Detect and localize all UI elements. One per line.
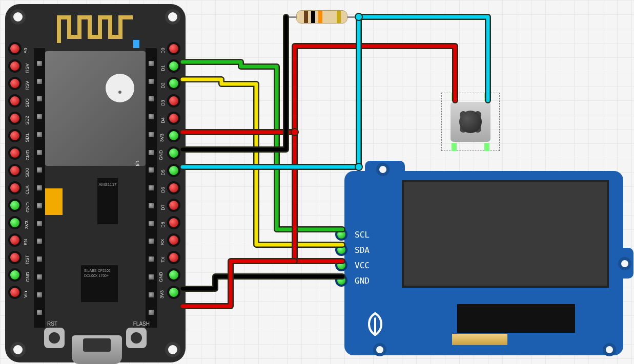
pin-label: CLK	[25, 185, 30, 195]
pin-a0[interactable]: A0	[8, 42, 22, 55]
wifi-icon	[106, 74, 134, 102]
pin-label: D0	[160, 48, 166, 54]
pin-rsv[interactable]: RSV	[8, 59, 22, 73]
pin-sd0[interactable]: SD0	[8, 164, 22, 177]
esp-line: 802.11b/g/n	[134, 161, 140, 166]
mounting-hole	[376, 163, 390, 176]
pin-cmd[interactable]: CMD	[8, 146, 22, 160]
oled-driver-chip	[457, 304, 575, 333]
pin-label: 3V3	[159, 290, 165, 298]
oled-pin-pad	[335, 259, 347, 271]
pin-label: A0	[23, 48, 28, 53]
mounting-hole	[618, 257, 631, 270]
wire-d1-scl	[182, 62, 342, 229]
pin-label: GND	[158, 272, 163, 282]
pin-d1[interactable]: D1	[167, 59, 180, 73]
voltage-regulator: AMS1117	[97, 178, 118, 224]
mounting-hole	[603, 343, 616, 356]
oled-pin-scl[interactable]: SCL	[335, 228, 370, 241]
pin-gnd[interactable]: GND	[8, 268, 22, 282]
pins-left: A0RSVRSVSD3SD2SD1CMDSD0CLKGND3V3ENRSTGND…	[8, 42, 24, 299]
pin-gnd[interactable]: GND	[167, 146, 180, 160]
pin-label: D8	[160, 222, 166, 228]
pin-label: 3V3	[159, 134, 165, 142]
oled-pin-vcc[interactable]: VCC	[335, 259, 370, 271]
resistor-lead	[287, 16, 297, 18]
pin-label: SD2	[25, 116, 30, 125]
pin-header	[146, 48, 157, 328]
oled-pin-label: SCL	[355, 230, 370, 240]
pin-en[interactable]: EN	[8, 233, 22, 247]
pin-tx[interactable]: TX	[167, 251, 180, 264]
oled-pin-pad	[335, 228, 347, 241]
esp8266-shield: ESP8266MOD ISM 2.4GHz PA +25dBm 802.11b/…	[45, 51, 146, 166]
pin-label: CMD	[25, 150, 30, 161]
mounting-hole	[10, 342, 26, 357]
pin-label: D3	[160, 100, 166, 106]
oled-display-module[interactable]: SCLSDAVCCGND	[344, 171, 623, 355]
pin-clk[interactable]: CLK	[8, 181, 22, 195]
oled-pin-sda[interactable]: SDA	[335, 244, 370, 256]
pin-d6[interactable]: D6	[167, 181, 180, 195]
button-leg	[452, 143, 457, 151]
rst-button[interactable]	[44, 328, 65, 348]
usb-uart-chip: SILABS CP2102 DCL00X 1700+	[81, 265, 118, 302]
pin-label: TX	[160, 256, 166, 263]
pin-sd1[interactable]: SD1	[8, 129, 22, 142]
button-body	[451, 102, 490, 142]
seeed-logo-icon	[361, 309, 390, 338]
mounting-hole	[373, 343, 386, 356]
button-cap	[459, 111, 482, 133]
pin-gnd[interactable]: GND	[167, 268, 180, 282]
resistor-band-2	[311, 11, 315, 23]
pin-3v3[interactable]: 3V3	[8, 216, 22, 229]
wire-3v3-oled	[182, 261, 295, 306]
oled-pin-label: GND	[355, 276, 370, 286]
button-leg	[484, 93, 489, 101]
oled-screen	[402, 180, 609, 288]
pin-sd2[interactable]: SD2	[8, 112, 22, 125]
pin-label: RSV	[25, 63, 30, 73]
pin-d2[interactable]: D2	[167, 77, 180, 90]
pin-3v3[interactable]: 3V3	[167, 286, 180, 299]
oled-pin-label: SDA	[355, 245, 370, 255]
pin-label: SD3	[25, 98, 30, 108]
pin-label: Vin	[23, 291, 28, 298]
flex-cable-icon	[452, 334, 507, 345]
pin-rst[interactable]: RST	[8, 251, 22, 264]
resistor-body	[296, 10, 347, 24]
pin-label: RST	[25, 255, 30, 264]
esp-text: ESP8266MOD ISM 2.4GHz PA +25dBm 802.11b/…	[134, 161, 140, 166]
pin-d7[interactable]: D7	[167, 199, 180, 212]
pin-label: 3V3	[24, 221, 29, 229]
pin-label: D2	[160, 82, 166, 89]
pin-d8[interactable]: D8	[167, 216, 180, 229]
pin-3v3[interactable]: 3V3	[167, 129, 180, 142]
pin-d4[interactable]: D4	[167, 112, 180, 125]
flash-button[interactable]	[126, 328, 147, 348]
pin-label: EN	[23, 239, 28, 246]
pin-d0[interactable]: D0	[167, 42, 180, 55]
rst-label: RST	[47, 321, 57, 327]
pin-sd3[interactable]: SD3	[8, 94, 22, 108]
pin-vin[interactable]: Vin	[8, 286, 22, 299]
nodemcu-board: ESP8266MOD ISM 2.4GHz PA +25dBm 802.11b/…	[5, 4, 186, 362]
pin-gnd[interactable]: GND	[8, 199, 22, 212]
oled-pin-gnd[interactable]: GND	[335, 274, 370, 287]
pin-label: RX	[160, 239, 166, 246]
svg-point-2	[355, 163, 362, 170]
wire-gnd-resistor	[182, 17, 286, 149]
pin-rx[interactable]: RX	[167, 233, 180, 247]
tactile-pushbutton[interactable]	[443, 95, 498, 149]
pin-label: GND	[158, 150, 163, 160]
button-leg	[452, 93, 457, 101]
pin-rsv[interactable]: RSV	[8, 77, 22, 90]
pin-d5[interactable]: D5	[167, 164, 180, 177]
antenna-trace-icon	[56, 11, 133, 44]
pin-label: D4	[160, 117, 166, 123]
pin-label: D7	[160, 204, 166, 210]
wire-d2-sda	[182, 79, 342, 245]
pin-d3[interactable]: D3	[167, 94, 180, 108]
wire-gnd-oled	[182, 276, 342, 289]
resistor-10k[interactable]	[296, 10, 347, 24]
